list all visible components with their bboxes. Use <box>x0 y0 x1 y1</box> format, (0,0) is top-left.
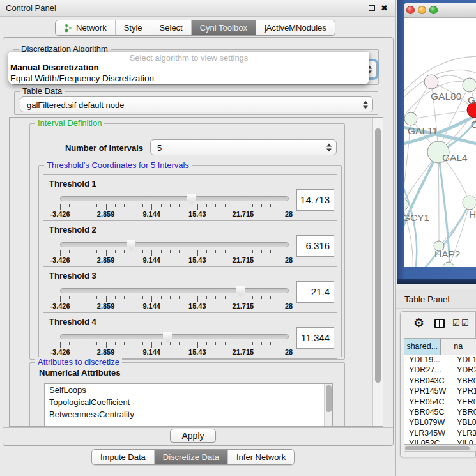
tick-mark <box>115 250 116 253</box>
combo-arrows-icon <box>363 100 368 109</box>
slider-ticks <box>60 342 289 348</box>
tab-infer-network[interactable]: Infer Network <box>227 450 294 464</box>
table-panel-title: Table Panel <box>404 295 450 304</box>
attribute-item[interactable]: BetweennessCentrality <box>45 408 332 420</box>
table-body: YDL19...YDL1YDR27...YDR2YBR043CYBR0YPR14… <box>404 355 476 445</box>
tab-cyni-toolbox[interactable]: Cyni Toolbox <box>191 20 256 35</box>
tick-mark <box>243 204 243 210</box>
numerical-attributes-list[interactable]: SelfLoopsTopologicalCoefficientBetweenne… <box>44 383 333 427</box>
table-row[interactable]: YBR045CYBR0 <box>404 408 476 418</box>
gear-icon[interactable]: ⚙ <box>413 316 424 330</box>
threshold-slider[interactable] <box>60 196 289 201</box>
threshold-slider[interactable] <box>60 288 289 293</box>
table-row[interactable]: YBR043CYBR0 <box>404 376 476 387</box>
table-cell: YBL0 <box>451 418 476 428</box>
threshold-value-field[interactable]: 14.713 <box>296 189 334 211</box>
tick-mark <box>124 204 125 207</box>
tab-discretize-data[interactable]: Discretize Data <box>154 450 227 464</box>
close-traffic-light-icon[interactable] <box>406 6 415 14</box>
tab-network[interactable]: Network <box>56 20 115 35</box>
network-canvas[interactable]: GAL80GACGAL11GAL4GCY1HHAP2 <box>404 18 476 267</box>
list-scrollbar-thumb[interactable] <box>326 385 332 412</box>
node-table[interactable]: shared... na YDL19...YDL1YDR27...YDR2YBR… <box>404 338 476 445</box>
tab-label: Network <box>76 23 107 33</box>
checkbox-icon[interactable]: ☑ <box>461 318 469 328</box>
tick-mark <box>261 204 262 207</box>
algorithm-dropdown-popup: Select algorithm to view settings Manual… <box>8 52 369 84</box>
combo-value: 5 <box>157 142 162 152</box>
tick-mark <box>60 250 61 256</box>
columns-icon[interactable] <box>434 319 445 328</box>
zoom-traffic-light-icon[interactable] <box>429 6 438 14</box>
table-row[interactable]: YDL19...YDL1 <box>404 355 476 365</box>
tick-mark <box>270 296 271 299</box>
tick-label: 2.859 <box>97 348 115 356</box>
table-row[interactable]: YIL052CYIL0 <box>404 439 476 445</box>
close-icon[interactable]: ✖ <box>381 4 388 13</box>
threshold-value-field[interactable]: 21.4 <box>296 281 334 303</box>
panel-scrollbar[interactable] <box>372 118 383 426</box>
table-row[interactable]: YBL079WYBL0 <box>404 418 476 428</box>
dropdown-placeholder-item[interactable]: Select algorithm to view settings <box>8 52 369 62</box>
attributes-group: Attributes to discretize Numerical Attri… <box>29 362 345 427</box>
table-cell: YLR345W <box>404 429 451 439</box>
tick-mark <box>179 296 180 299</box>
slider-thumb[interactable] <box>236 286 245 297</box>
panel-scrollbar-thumb[interactable] <box>375 128 381 383</box>
tab-jactivemnodules[interactable]: jActiveMNodules <box>256 20 335 35</box>
network-node[interactable] <box>404 112 417 125</box>
tick-mark <box>197 342 198 348</box>
tick-label: 21.715 <box>233 256 254 264</box>
tick-mark <box>261 342 262 345</box>
table-header-row: shared... na <box>404 339 476 355</box>
network-node[interactable] <box>424 75 438 89</box>
checkbox-icon[interactable]: ☑ <box>452 318 460 328</box>
network-window-titlebar[interactable] <box>404 3 476 18</box>
table-cell: YBL079W <box>404 418 451 428</box>
tick-mark <box>142 250 143 253</box>
slider-thumb[interactable] <box>127 240 136 251</box>
control-panel: Control Panel ✖ Network Style Select Cyn… <box>0 0 396 476</box>
tick-mark <box>106 342 107 348</box>
slider-thumb[interactable] <box>163 332 173 343</box>
tick-mark <box>124 250 125 253</box>
table-data-combobox[interactable]: galFiltered.sif default node <box>20 96 373 112</box>
threshold-slider[interactable] <box>60 334 289 339</box>
table-row[interactable]: YDR27...YDR2 <box>404 365 476 376</box>
float-window-icon[interactable] <box>369 5 375 11</box>
dropdown-item-manual-discretization[interactable]: Manual Discretization <box>8 62 369 73</box>
table-h-scrollbar[interactable] <box>404 445 476 452</box>
slider-thumb[interactable] <box>187 194 197 205</box>
table-h-scrollbar-thumb[interactable] <box>405 446 470 450</box>
network-node[interactable] <box>443 262 454 267</box>
table-row[interactable]: YLR345WYLR3 <box>404 429 476 439</box>
tick-mark <box>179 342 180 345</box>
attribute-item[interactable]: TopologicalCoefficient <box>45 396 332 408</box>
network-edge <box>404 152 438 238</box>
list-scrollbar[interactable] <box>324 384 332 427</box>
tab-select[interactable]: Select <box>151 20 191 35</box>
threshold-value-field[interactable]: 11.344 <box>296 327 334 349</box>
tick-label: 28 <box>285 302 293 310</box>
network-node[interactable] <box>463 78 476 92</box>
tick-mark <box>197 296 198 302</box>
threshold-value-field[interactable]: 6.316 <box>296 235 334 257</box>
dropdown-item-equal-width-frequency[interactable]: Equal Width/Frequency Discretization <box>8 73 369 84</box>
apply-button[interactable]: Apply <box>170 429 216 443</box>
network-node[interactable] <box>463 196 476 210</box>
tab-style[interactable]: Style <box>115 20 151 35</box>
column-header-name[interactable]: na <box>441 339 476 355</box>
table-row[interactable]: YER054CYER0 <box>404 397 476 408</box>
tick-mark <box>234 250 234 253</box>
column-header-shared[interactable]: shared... <box>404 339 441 355</box>
tick-mark <box>88 204 88 207</box>
tab-impute-data[interactable]: Impute Data <box>92 450 154 464</box>
threshold-slider[interactable] <box>60 242 289 247</box>
number-of-intervals-combobox[interactable]: 5 <box>150 139 337 155</box>
group-title: Attributes to discretize <box>35 358 122 367</box>
minimize-traffic-light-icon[interactable] <box>418 6 426 14</box>
table-row[interactable]: YPR145WYPR1 <box>404 387 476 397</box>
tick-mark <box>106 250 107 256</box>
tick-label: 21.715 <box>233 210 254 218</box>
attribute-item[interactable]: SelfLoops <box>45 384 332 396</box>
